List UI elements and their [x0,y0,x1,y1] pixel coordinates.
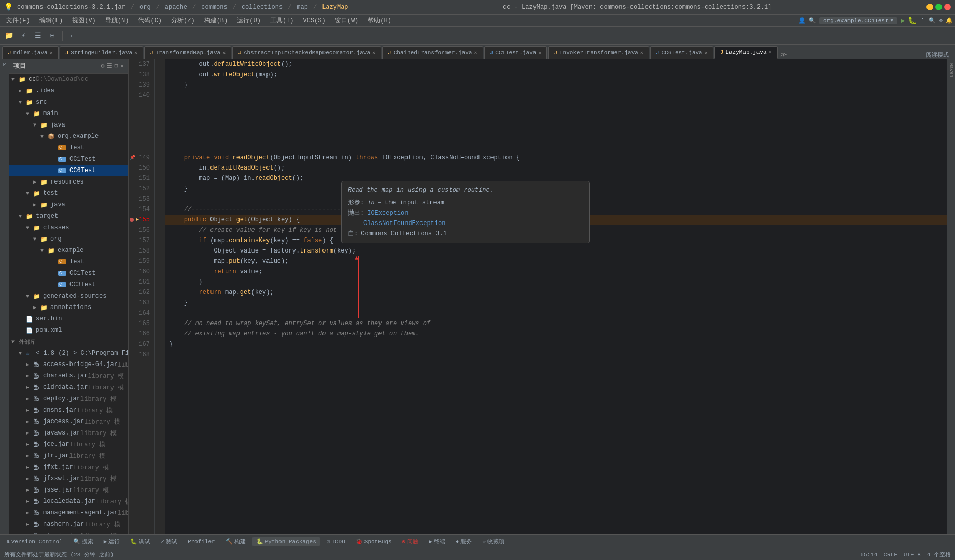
menu-window[interactable]: 窗口(W) [331,15,363,26]
run-button[interactable]: ▶ [901,16,905,25]
collapse-all-button[interactable]: ⊟ [46,29,59,43]
tab-invokertransformer[interactable]: J InvokerTransformer.java ✕ [548,46,649,59]
tree-java-src[interactable]: ▼ 📁 java [9,119,128,131]
tree-jar-javaws[interactable]: ▶ 🗜 javaws.jar library 模 [9,427,128,439]
tree-cc1test-class[interactable]: C CC1Test [9,153,128,165]
sidebar-settings-icon[interactable]: ⚙ [101,62,104,70]
problems-button[interactable]: ⊗ 问题 [398,537,423,547]
menu-analyze[interactable]: 分析(Z) [167,15,199,26]
favorites-button[interactable]: ☆ 收藏项 [478,537,509,547]
tree-jar-jaccess[interactable]: ▶ 🗜 jaccess.jar library 模 [9,416,128,427]
tree-test-class[interactable]: C Test [9,142,128,153]
project-view-button[interactable]: 📁 [2,29,16,43]
sidebar-layout-icon[interactable]: ☰ [107,62,113,70]
bookmarks-button[interactable]: ☰ [31,29,45,43]
menu-help[interactable]: 帮助(H) [363,15,396,26]
tree-sdk[interactable]: ▼ ☕ < 1.8 (2) > C:\Program Files\Java\jd [9,347,128,359]
more-tabs-button[interactable]: ≫ [779,51,789,59]
tab-abstractinputchecked[interactable]: J AbstractInputCheckedMapDecorator.java … [232,46,381,59]
tree-test-classfile[interactable]: C Test [9,256,128,268]
test-button[interactable]: ✓ 测试 [157,537,181,547]
tree-pom-xml[interactable]: 📄 pom.xml [9,325,128,336]
profiler-button[interactable]: Profiler [184,538,219,546]
indent[interactable]: 4 个空格 [927,551,951,558]
encoding[interactable]: UTF-8 [904,552,921,558]
menu-vcs[interactable]: VCS(S) [299,16,329,25]
tab-close-button[interactable]: ✕ [222,50,226,56]
tab-close-button[interactable]: ✕ [474,50,478,56]
tree-target[interactable]: ▼ 📁 target [9,211,128,222]
tab-close-button[interactable]: ✕ [372,50,375,56]
run-bottom-button[interactable]: ▶ 运行 [100,537,124,547]
tab-close-button[interactable]: ✕ [640,50,643,56]
tree-jar-access-bridge[interactable]: ▶ 🗜 access-bridge-64.jar library 模 [9,359,128,370]
todo-button[interactable]: ☑ TODO [322,537,349,546]
tree-classes[interactable]: ▼ 📁 classes [9,222,128,233]
close-button[interactable] [944,4,951,10]
tree-jar-localedata[interactable]: ▶ 🗜 localedata.jar library 模 [9,496,128,507]
tab-cc6test[interactable]: J CC6Test.java ✕ [650,46,713,59]
menu-edit[interactable]: 编辑(E) [35,15,67,26]
tree-external-libs-section[interactable]: ▼ 外部库 [9,336,128,347]
terminal-button[interactable]: ▶ 终端 [425,537,450,547]
tab-handler[interactable]: J ndler.java ✕ [2,46,59,59]
back-button[interactable]: ← [66,29,79,43]
tree-jar-jce[interactable]: ▶ 🗜 jce.jar library 模 [9,439,128,450]
tree-main[interactable]: ▼ 📁 main [9,108,128,119]
menu-code[interactable]: 代码(C) [134,15,166,26]
sidebar-collapse-icon[interactable]: ⊟ [115,62,118,70]
tree-jar-plugin[interactable]: ▶ 🗜 plugin.jar library 模 [9,530,128,534]
spotbugs-button[interactable]: 🐞 SpotBugs [352,537,396,546]
tree-jar-deploy[interactable]: ▶ 🗜 deploy.jar library 模 [9,393,128,404]
reader-mode-button[interactable]: 阅读模式 [922,51,953,59]
settings-icon[interactable]: ⚙ [939,17,943,24]
tab-chainedtransformer[interactable]: J ChainedTransformer.java ✕ [382,46,483,59]
version-control-button[interactable]: ⇅ Version Control [2,537,67,546]
tree-test[interactable]: ▼ 📁 test [9,188,128,199]
maximize-button[interactable] [935,4,942,10]
code-editor[interactable]: out.defaultWriteObject(); out.writeObjec… [165,59,947,534]
tab-close-button[interactable]: ✕ [769,49,772,55]
tree-jar-charsets[interactable]: ▶ 🗜 charsets.jar library 模 [9,370,128,382]
tree-cc3test-classfile[interactable]: C CC3Test [9,279,128,290]
tree-generated-sources[interactable]: ▼ 📁 generated-sources [9,290,128,302]
line-position[interactable]: 65:14 [860,552,877,558]
tree-jar-dnsns[interactable]: ▶ 🗜 dnsns.jar library 模 [9,404,128,416]
tree-cc6test-class[interactable]: C CC6Test [9,165,128,176]
structure-button[interactable]: ⚡ [17,29,30,43]
tree-jar-nashorn[interactable]: ▶ 🗜 nashorn.jar library 模 [9,519,128,530]
search-button[interactable]: 🔍 搜索 [69,537,97,547]
menu-navigate[interactable]: 导航(N) [101,15,133,26]
menu-view[interactable]: 视图(V) [68,15,100,26]
tree-example[interactable]: ▼ 📁 example [9,245,128,256]
tab-close-button[interactable]: ✕ [705,50,708,56]
menu-file[interactable]: 文件(F) [2,15,34,26]
minimize-button[interactable] [926,4,933,10]
tree-java-test[interactable]: ▶ 📁 java [9,199,128,211]
tree-ser-bin[interactable]: 📄 ser.bin [9,313,128,325]
tree-jar-cldrdata[interactable]: ▶ 🗜 cldrdata.jar library 模 [9,382,128,393]
tree-org[interactable]: ▼ 📁 org [9,233,128,245]
services-button[interactable]: ♦ 服务 [452,537,476,547]
tree-resources[interactable]: ▶ 📁 resources [9,176,128,188]
line-ending[interactable]: CRLF [883,552,897,558]
python-packages-button[interactable]: 🐍 Python Packages [252,537,320,546]
maven-panel-label[interactable]: Maven [949,63,954,77]
tree-annotations[interactable]: ▶ 📁 annotations [9,302,128,313]
sidebar-close-icon[interactable]: ✕ [120,62,124,70]
tree-jar-jfxswt[interactable]: ▶ 🗜 jfxswt.jar library 模 [9,473,128,484]
tree-project-root[interactable]: ▼ 📁 cc D:\Download\cc [9,74,128,85]
tab-stringbuilder[interactable]: J StringBuilder.java ✕ [60,46,143,59]
tab-close-button[interactable]: ✕ [50,50,53,56]
menu-run[interactable]: 运行(U) [233,15,265,26]
tab-transformedmap[interactable]: J TransformedMap.java ✕ [144,46,231,59]
javadoc-throws-name2[interactable]: ClassNotFoundException [363,219,445,228]
notifications-icon[interactable]: 🔔 [946,17,953,24]
tab-lazymap[interactable]: J LazyMap.java ✕ [714,46,778,59]
project-icon[interactable]: P [1,61,8,68]
search-icon[interactable]: 🔍 [929,17,936,24]
search-everywhere-icon[interactable]: 🔍 [809,17,816,24]
tree-jar-jsse[interactable]: ▶ 🗜 jsse.jar library 模 [9,484,128,496]
build-button[interactable]: 🔨 构建 [221,537,250,547]
tree-jar-management-agent[interactable]: ▶ 🗜 management-agent.jar library 模 [9,507,128,519]
